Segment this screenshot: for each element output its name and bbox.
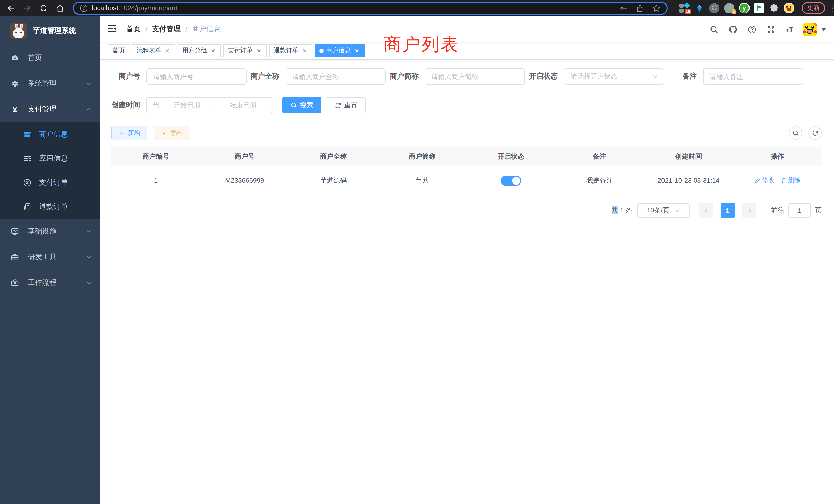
sidebar-item-pay-order[interactable]: ¥ 支付订单 [0, 170, 100, 194]
tab-home[interactable]: 首页 [108, 44, 129, 57]
search-button[interactable]: 搜索 [282, 97, 322, 113]
merchant-no-input[interactable] [146, 68, 246, 85]
add-button[interactable]: 新增 [111, 126, 147, 140]
sidebar-item-workflow[interactable]: 工作流程 [0, 270, 100, 296]
tab-process-form[interactable]: 流程表单✕ [132, 44, 175, 57]
tab-pay-order[interactable]: 支付订单✕ [223, 44, 266, 57]
status-select[interactable]: 请选择开启状态 [564, 68, 664, 85]
cell-create-time: 2021-10-23 08:31:14 [644, 166, 733, 194]
page-unit-label: 页 [815, 206, 822, 215]
header-search-icon[interactable] [709, 25, 719, 34]
prev-page-button[interactable] [699, 203, 713, 217]
extension-flag-icon[interactable] [753, 2, 765, 14]
extension-notify-icon[interactable]: 1 [724, 2, 735, 14]
address-bar[interactable]: i localhost:1024/pay/merchant [73, 1, 667, 15]
screen: i localhost:1024/pay/merchant 10 ⌘ 1 [0, 0, 834, 504]
browser-update-button[interactable]: 更新 [802, 2, 825, 14]
back-arrow-icon [7, 4, 15, 12]
status-toggle[interactable] [501, 175, 521, 186]
browser-home-button[interactable] [53, 1, 67, 15]
chevron-down-icon [86, 280, 92, 286]
pagination: 共 1 条 10条/页 1 前往 页 [111, 203, 822, 217]
chevron-down-icon [652, 73, 658, 79]
yen-icon: ¥ [10, 105, 20, 114]
url-path: :1024/pay/merchant [118, 4, 177, 12]
help-icon[interactable] [747, 25, 757, 34]
breadcrumb-home[interactable]: 首页 [126, 25, 141, 34]
site-info-icon[interactable]: i [80, 4, 87, 12]
browser-back-button[interactable] [4, 1, 18, 15]
chevron-up-icon [86, 106, 92, 112]
sidebar-collapse-icon[interactable] [108, 24, 118, 35]
full-name-input[interactable] [286, 68, 386, 85]
tab-refund-order[interactable]: 退款订单✕ [269, 44, 312, 57]
column-header: 备注 [555, 147, 644, 166]
page-size-select[interactable]: 10条/页 [637, 203, 690, 217]
home-icon [56, 4, 64, 12]
sidebar-item-system[interactable]: 系统管理 [0, 71, 100, 96]
start-date-placeholder: 开始日期 [163, 100, 211, 110]
goto-page-input[interactable] [788, 203, 811, 217]
logo-image [10, 23, 27, 39]
tab-merchant-info[interactable]: 商户信息✕ [315, 44, 365, 57]
sidebar-item-home[interactable]: 首页 [0, 45, 100, 71]
filter-short-name: 商户简称 [390, 68, 525, 85]
cell-remark: 我是备注 [555, 166, 644, 194]
reload-icon [40, 4, 48, 12]
sidebar-item-app-info[interactable]: 应用信息 [0, 146, 100, 170]
table-row: 1 M233666999 芋道源码 芋艿 我是备注 2021-10-23 08:… [111, 166, 822, 194]
extension-puzzle-icon[interactable] [768, 2, 780, 14]
close-icon[interactable]: ✕ [164, 47, 171, 54]
refresh-table-button[interactable] [808, 126, 822, 140]
goto-page: 前往 页 [771, 203, 822, 217]
trash-icon [780, 177, 787, 183]
reset-button[interactable]: 重置 [327, 97, 366, 113]
share-icon[interactable] [636, 4, 644, 12]
export-button[interactable]: 导出 [154, 126, 190, 140]
browser-menu-icon[interactable]: ⋮ [829, 4, 834, 12]
delete-link[interactable]: 删除 [780, 176, 800, 185]
field-label: 商户全称 [250, 72, 286, 81]
extension-kite-icon[interactable] [694, 2, 705, 14]
address-bar-actions [619, 4, 660, 12]
field-label: 创建时间 [111, 100, 146, 110]
page-number-current[interactable]: 1 [721, 203, 735, 217]
close-icon[interactable]: ✕ [210, 47, 216, 54]
browser-forward-button[interactable] [21, 1, 34, 15]
close-icon[interactable]: ✕ [256, 47, 262, 54]
extension-command-icon[interactable]: ⌘ [709, 2, 720, 14]
sidebar-item-merchant-info[interactable]: 商户信息 [0, 122, 100, 146]
short-name-input[interactable] [425, 68, 525, 85]
tab-user-group[interactable]: 用户分组✕ [178, 44, 221, 57]
sidebar-item-label: 系统管理 [28, 79, 86, 88]
breadcrumb-current: 商户信息 [192, 25, 221, 34]
sidebar-item-devtools[interactable]: 研发工具 [0, 244, 100, 270]
breadcrumb-pay[interactable]: 支付管理 [152, 25, 181, 34]
sidebar-logo[interactable]: 芋道管理系统 [0, 17, 100, 45]
fullscreen-icon[interactable] [766, 25, 776, 34]
sidebar-item-label: 支付管理 [28, 105, 86, 114]
edit-link[interactable]: 修改 [754, 176, 774, 185]
browser-reload-button[interactable] [37, 1, 50, 15]
user-avatar[interactable] [803, 22, 826, 36]
sidebar-item-pay[interactable]: ¥ 支付管理 [0, 96, 100, 122]
toggle-search-button[interactable] [789, 126, 802, 140]
password-key-icon[interactable] [619, 4, 628, 12]
next-page-button[interactable] [742, 203, 756, 217]
extension-y-icon[interactable]: y [739, 2, 750, 14]
filter-create-time: 创建时间 开始日期 - 结束日期 [111, 97, 272, 113]
extension-emoji-icon[interactable] [783, 2, 794, 14]
extension-scripts-icon[interactable]: 10 [679, 2, 690, 14]
bookmark-star-icon[interactable] [652, 4, 660, 12]
close-icon[interactable]: ✕ [302, 47, 308, 54]
close-icon[interactable]: ✕ [354, 47, 360, 54]
sidebar-item-refund-order[interactable]: 退款订单 [0, 194, 100, 219]
github-icon[interactable] [728, 25, 738, 34]
filter-remark: 备注 [668, 68, 803, 85]
sidebar-item-infra[interactable]: 基础设施 [0, 219, 100, 244]
yen-circle-icon: ¥ [23, 178, 32, 187]
date-range-picker[interactable]: 开始日期 - 结束日期 [146, 97, 272, 113]
remark-input[interactable] [703, 68, 803, 85]
font-size-icon[interactable]: TT [786, 25, 793, 33]
total-count: 共 1 条 [611, 206, 632, 215]
